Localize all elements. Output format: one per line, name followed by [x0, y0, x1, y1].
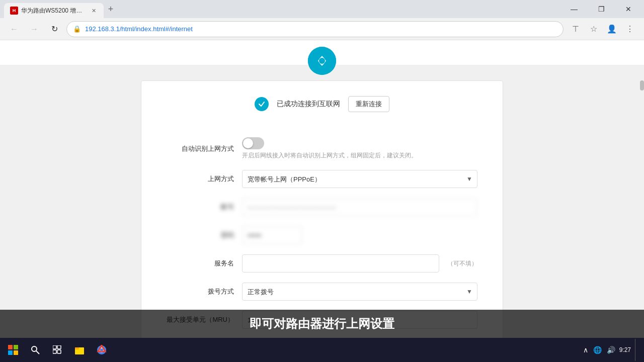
- favicon: H: [10, 7, 18, 15]
- svg-point-6: [32, 346, 37, 351]
- svg-point-1: [319, 58, 325, 64]
- auto-detect-toggle-wrapper: 开启后网线接入时将自动识别上网方式，组网固定后，建议关闭。: [242, 137, 477, 160]
- service-name-hint: （可不填）: [447, 259, 477, 268]
- close-button[interactable]: ✕: [617, 0, 640, 18]
- profile-icon[interactable]: 👤: [604, 21, 620, 37]
- service-name-input[interactable]: [242, 254, 439, 273]
- connection-status-row: 已成功连接到互联网 重新连接: [167, 96, 477, 122]
- connected-text: 已成功连接到互联网: [277, 100, 340, 109]
- menu-icon[interactable]: ⋮: [622, 21, 638, 37]
- forward-button[interactable]: →: [26, 21, 42, 37]
- password-input[interactable]: [242, 226, 302, 244]
- dial-mode-select-wrapper: 正常拨号 按需拨号 手动拨号 ▼: [242, 283, 477, 301]
- toggle-knob: [243, 138, 253, 148]
- back-button[interactable]: ←: [6, 21, 22, 37]
- system-clock[interactable]: 9:27: [619, 346, 631, 354]
- reconnect-button[interactable]: 重新连接: [348, 96, 389, 112]
- svg-line-7: [36, 351, 39, 354]
- taskbar-sys-icons: ∧ 🌐 🔊: [581, 344, 617, 356]
- dial-mode-row: 拨号方式 正常拨号 按需拨号 手动拨号 ▼: [167, 283, 477, 301]
- address-text: 192.168.3.1/html/index.html#/internet: [85, 25, 557, 33]
- task-view-button[interactable]: [46, 339, 68, 361]
- scrollbar-thumb[interactable]: [640, 80, 644, 90]
- router-logo: [308, 47, 336, 75]
- dial-mode-select[interactable]: 正常拨号 按需拨号 手动拨号: [242, 283, 477, 301]
- minimize-button[interactable]: —: [562, 0, 586, 18]
- connected-icon: [255, 97, 269, 111]
- browser-window: H 华为路由WS5200 增强版 ✕ + — ❐ ✕ ← → ↻ 🔒 192.1…: [0, 0, 644, 362]
- account-input-wrapper: [242, 198, 477, 216]
- internet-type-select[interactable]: 宽带帐号上网（PPPoE） 自动获取IP（DHCP） 固定IP地址: [242, 170, 477, 188]
- password-row: 密码: [167, 226, 477, 244]
- dial-dropdown-wrapper: 正常拨号 按需拨号 手动拨号 ▼: [242, 283, 477, 301]
- svg-rect-3: [14, 345, 18, 349]
- dial-mode-label: 拨号方式: [167, 287, 242, 296]
- internet-type-row: 上网方式 宽带帐号上网（PPPoE） 自动获取IP（DHCP） 固定IP地址 ▼: [167, 170, 477, 188]
- auto-detect-toggle[interactable]: [242, 137, 264, 149]
- internet-type-select-wrapper: 宽带帐号上网（PPPoE） 自动获取IP（DHCP） 固定IP地址 ▼: [242, 170, 477, 188]
- account-row: 帐号: [167, 198, 477, 216]
- svg-rect-11: [57, 350, 61, 353]
- account-label: 帐号: [167, 203, 242, 212]
- refresh-button[interactable]: ↻: [46, 21, 62, 37]
- toolbar-icons: ⊤ ☆ 👤 ⋮: [568, 21, 638, 37]
- window-controls: — ❐ ✕: [562, 0, 640, 18]
- browser-tab[interactable]: H 华为路由WS5200 增强版 ✕: [4, 3, 104, 18]
- auto-detect-label: 自动识别上网方式: [167, 144, 242, 153]
- show-hidden-icons[interactable]: ∧: [581, 344, 590, 356]
- bookmark-icon[interactable]: ☆: [586, 21, 602, 37]
- service-name-input-wrapper: （可不填）: [242, 254, 477, 273]
- service-name-row: 服务名 （可不填）: [167, 254, 477, 273]
- new-tab-button[interactable]: +: [104, 2, 118, 16]
- password-input-wrapper: [242, 226, 477, 244]
- file-explorer-button[interactable]: [68, 339, 91, 361]
- volume-icon[interactable]: 🔊: [605, 344, 617, 356]
- tab-close-button[interactable]: ✕: [90, 7, 98, 15]
- clock-time: 9:27: [619, 346, 631, 354]
- caption-bar: 即可对路由器进行上网设置: [0, 310, 644, 338]
- svg-rect-4: [8, 350, 13, 355]
- internet-type-label: 上网方式: [167, 174, 242, 184]
- svg-rect-10: [53, 350, 56, 353]
- show-desktop-button[interactable]: [635, 339, 638, 361]
- tab-title: 华为路由WS5200 增强版: [21, 7, 87, 15]
- translate-icon[interactable]: ⊤: [568, 21, 584, 37]
- auto-detect-row: 自动识别上网方式 开启后网线接入时将自动识别上网方式，组网固定后，建议关闭。: [167, 137, 477, 160]
- taskbar: ∧ 🌐 🔊 9:27: [0, 338, 644, 362]
- address-bar[interactable]: 🔒 192.168.3.1/html/index.html#/internet: [66, 21, 564, 37]
- svg-rect-13: [75, 347, 79, 349]
- caption-text: 即可对路由器进行上网设置: [250, 317, 394, 330]
- chrome-button[interactable]: [91, 339, 113, 361]
- maximize-button[interactable]: ❐: [590, 0, 613, 18]
- tab-bar: H 华为路由WS5200 增强版 ✕ + — ❐ ✕: [0, 0, 644, 18]
- network-icon[interactable]: 🌐: [591, 344, 604, 356]
- svg-rect-9: [57, 345, 61, 349]
- start-button[interactable]: [2, 339, 24, 361]
- svg-rect-2: [8, 345, 13, 349]
- service-name-label: 服务名: [167, 259, 242, 268]
- browser-toolbar: ← → ↻ 🔒 192.168.3.1/html/index.html#/int…: [0, 18, 644, 40]
- internet-type-dropdown-wrapper: 宽带帐号上网（PPPoE） 自动获取IP（DHCP） 固定IP地址 ▼: [242, 170, 477, 188]
- taskbar-search-button[interactable]: [24, 339, 46, 361]
- auto-detect-hint: 开启后网线接入时将自动识别上网方式，组网固定后，建议关闭。: [242, 151, 477, 160]
- taskbar-right-area: ∧ 🌐 🔊 9:27: [581, 339, 642, 361]
- password-label: 密码: [167, 231, 242, 240]
- svg-rect-8: [53, 345, 56, 349]
- account-input[interactable]: [242, 198, 477, 216]
- scrollbar[interactable]: [640, 80, 644, 338]
- svg-rect-5: [14, 350, 18, 355]
